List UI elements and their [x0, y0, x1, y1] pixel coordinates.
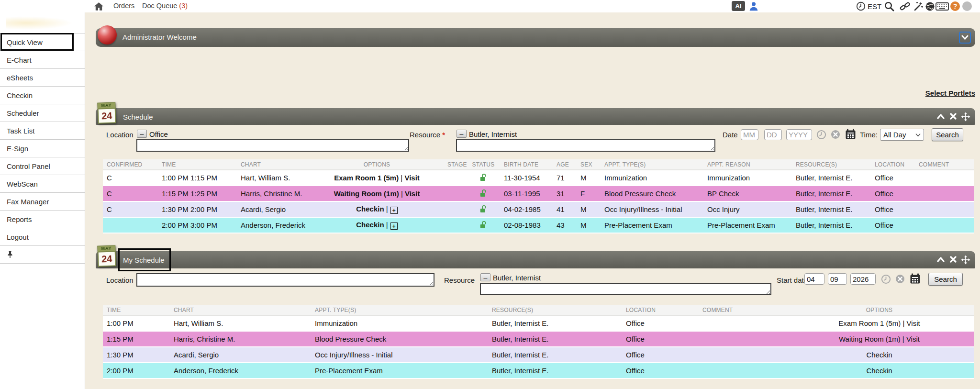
selected-resource: Butler, Internist [469, 130, 517, 138]
option-link[interactable]: Waiting Room (1m) [334, 189, 399, 198]
my-schedule-search-button[interactable]: Search [928, 273, 963, 286]
start-date-year-input[interactable] [850, 273, 876, 285]
start-date-day-input[interactable] [828, 273, 847, 285]
unlocked-padlock-icon[interactable] [480, 189, 487, 197]
option-link[interactable]: Visit [404, 174, 419, 182]
sidebar-item-reports[interactable]: Reports [0, 211, 85, 228]
location-cell: Office [871, 201, 915, 217]
option-link[interactable]: Checkin [356, 205, 384, 213]
schedule-row[interactable]: 2:00 PM 3:00 PMAnderson, FrederickChecki… [103, 217, 974, 233]
sidebar-item-quick-view[interactable]: Quick View [0, 33, 85, 51]
my-schedule-row[interactable]: 2:00 PMAnderson, FrederickPre-Placement … [103, 363, 974, 378]
time-label: Time: [860, 131, 878, 139]
sidebar-item-webscan[interactable]: WebScan [0, 175, 85, 193]
collapse-portlet-icon[interactable] [936, 255, 946, 265]
start-date-month-input[interactable] [804, 273, 824, 285]
close-portlet-icon[interactable] [949, 112, 958, 122]
location-input[interactable] [136, 139, 409, 152]
link-icon[interactable] [900, 1, 911, 13]
sidebar-item-control-panel[interactable]: Control Panel [0, 157, 85, 175]
sidebar-item-scheduler[interactable]: Scheduler [0, 104, 85, 122]
select-portlets-link[interactable]: Select Portlets [925, 89, 975, 97]
my-resource-input[interactable] [480, 283, 771, 295]
expand-plus-icon[interactable]: + [390, 207, 398, 214]
user-icon[interactable] [748, 1, 759, 13]
calendar-picker-icon[interactable] [845, 128, 856, 140]
option-link[interactable]: Waiting Room (1m) [839, 335, 901, 343]
schedule-row[interactable]: C1:30 PM 2:00 PMAcardi, SergioCheckin |+… [103, 201, 974, 217]
pin-sidebar-icon[interactable] [7, 251, 13, 258]
calendar-picker-icon[interactable] [910, 273, 921, 284]
orders-link[interactable]: Orders [113, 2, 134, 10]
time-picker-clock-icon[interactable] [816, 130, 826, 140]
sidebar-item-task-list[interactable]: Task List [0, 122, 85, 140]
date-day-input[interactable] [764, 129, 782, 140]
unlocked-padlock-icon[interactable] [480, 221, 487, 229]
my-location-input[interactable] [136, 273, 434, 287]
appt-type-cell: Immunization [601, 170, 703, 186]
ai-badge[interactable]: AI [732, 1, 745, 11]
clear-date-icon[interactable] [831, 130, 840, 139]
help-icon[interactable]: ? [950, 1, 960, 11]
my-schedule-portlet-title: My Schedule [123, 256, 165, 264]
appt-reason-cell: Occ Injury [703, 201, 792, 217]
collapse-portlet-icon[interactable] [936, 112, 946, 122]
schedule-row[interactable]: C1:00 PM 1:15 PMHart, William S.Exam Roo… [103, 170, 974, 186]
unlocked-padlock-icon[interactable] [480, 173, 487, 181]
appt-type-cell: Blood Pressure Check [601, 186, 703, 201]
keyboard-icon[interactable] [935, 1, 949, 13]
sidebar-menu: Quick ViewE-CharteSheetsCheckinScheduler… [0, 33, 85, 264]
move-portlet-icon[interactable] [961, 112, 970, 122]
sidebar-item-e-chart[interactable]: E-Chart [0, 51, 85, 69]
sidebar-item-logout[interactable]: Logout [0, 228, 85, 246]
time-picker-clock-icon[interactable] [881, 274, 891, 284]
doc-queue-link[interactable]: Doc Queue(3) [142, 2, 188, 10]
clear-date-icon[interactable] [895, 274, 905, 284]
timezone-clock-icon[interactable] [856, 1, 866, 12]
option-link[interactable]: Visit [907, 319, 920, 327]
time-select[interactable]: All Day [880, 129, 924, 141]
status-cell [467, 217, 500, 233]
option-link[interactable]: Checkin [356, 221, 384, 229]
my-schedule-row[interactable]: 1:30 PMAcardi, SergioOcc Injury/Illness … [103, 347, 974, 363]
home-icon[interactable] [94, 2, 104, 12]
my-schedule-row[interactable]: 1:15 PMHarris, Christine M.Blood Pressur… [103, 331, 974, 347]
resource-input[interactable] [456, 139, 715, 152]
search-icon[interactable] [884, 1, 895, 13]
selected-resource: Butler, Internist [493, 274, 541, 282]
option-link[interactable]: Visit [405, 189, 420, 198]
sidebar-item-fax-manager[interactable]: Fax Manager [0, 193, 85, 211]
remove-resource-button[interactable]: – [480, 273, 490, 281]
time-cell: 1:00 PM 1:15 PM [158, 170, 237, 186]
option-link[interactable]: Visit [906, 335, 920, 343]
option-link[interactable]: Checkin [866, 351, 892, 359]
unlocked-padlock-icon[interactable] [480, 205, 487, 213]
options-separator: | [384, 221, 388, 229]
welcome-expand-button[interactable] [959, 32, 971, 44]
expand-plus-icon[interactable]: + [390, 222, 398, 230]
remove-resource-button[interactable]: – [457, 130, 467, 138]
sidebar-item-esheets[interactable]: eSheets [0, 69, 85, 87]
option-link[interactable]: Exam Room 1 (5m) [334, 174, 399, 182]
my-schedule-table: TIMECHARTAPPT. TYPE(S)RESOURCE(S)LOCATIO… [103, 305, 974, 379]
date-year-input[interactable] [786, 129, 812, 140]
magic-wand-icon[interactable] [913, 1, 924, 13]
my-schedule-row[interactable]: 1:00 PMHart, William S.ImmunizationButle… [103, 315, 974, 331]
schedule-row[interactable]: C1:15 PM 1:25 PMHarris, Christine M.Wait… [103, 186, 974, 201]
calendar-date-icon: MAY 24 [97, 245, 116, 267]
date-month-input[interactable] [741, 129, 758, 140]
stage-cell [447, 217, 467, 233]
sidebar-item-checkin[interactable]: Checkin [0, 87, 85, 104]
sidebar-item-e-sign[interactable]: E-Sign [0, 140, 85, 157]
option-link[interactable]: Checkin [866, 367, 892, 375]
move-portlet-icon[interactable] [961, 255, 970, 265]
schedule-search-button[interactable]: Search [932, 128, 963, 141]
globe-icon[interactable] [925, 1, 935, 13]
location-cell: Office [622, 331, 699, 347]
pin-row [0, 246, 85, 264]
chevron-down-icon [961, 34, 969, 41]
remove-location-button[interactable]: – [137, 130, 147, 138]
close-portlet-icon[interactable] [949, 255, 958, 265]
chart-cell: Hart, William S. [170, 315, 311, 331]
option-link[interactable]: Exam Room 1 (5m) [838, 319, 901, 327]
